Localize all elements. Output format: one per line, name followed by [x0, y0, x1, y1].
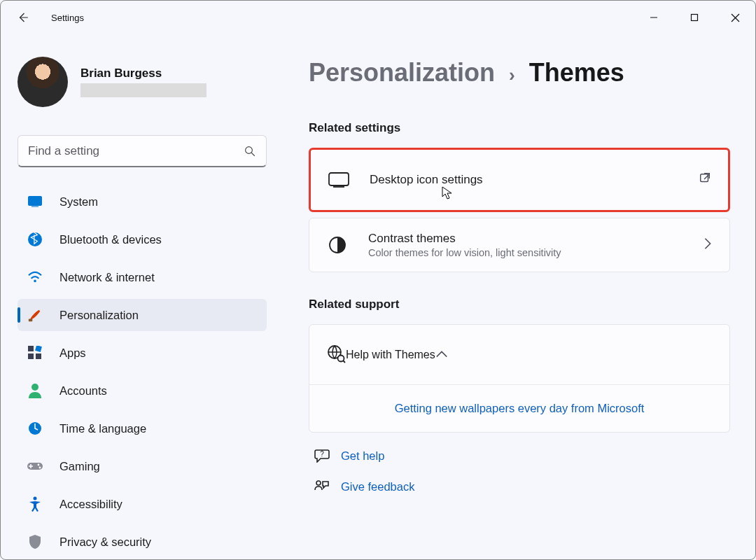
chevron-right-icon [703, 237, 713, 253]
svg-rect-21 [329, 173, 349, 186]
sidebar: Brian Burgess System Bluetooth & devices… [1, 34, 281, 560]
svg-rect-7 [31, 206, 38, 207]
breadcrumb: Personalization › Themes [309, 58, 730, 88]
get-help-link[interactable]: Get help [341, 449, 384, 463]
svg-rect-12 [35, 346, 42, 352]
main-content: Personalization › Themes Related setting… [281, 34, 755, 560]
maximize-button[interactable] [674, 4, 715, 31]
breadcrumb-parent[interactable]: Personalization [309, 58, 495, 88]
open-external-icon [699, 172, 711, 188]
nav-bluetooth[interactable]: Bluetooth & devices [18, 223, 267, 255]
close-button[interactable] [715, 4, 755, 31]
nav-gaming[interactable]: Gaming [18, 450, 267, 482]
nav-time[interactable]: Time & language [18, 412, 267, 444]
svg-text:?: ? [320, 450, 324, 458]
clock-globe-icon [26, 419, 44, 438]
nav-privacy[interactable]: Privacy & security [18, 526, 267, 558]
minimize-icon [650, 13, 658, 22]
svg-rect-13 [28, 354, 34, 359]
title-bar: Settings [1, 1, 755, 34]
gamepad-icon [26, 457, 44, 475]
svg-rect-1 [692, 15, 698, 21]
svg-rect-10 [29, 319, 33, 322]
nav-label: Network & internet [59, 271, 155, 284]
bluetooth-icon [26, 230, 44, 248]
close-icon [731, 13, 740, 22]
chevron-right-icon: › [509, 64, 515, 86]
nav-label: Time & language [59, 422, 146, 435]
maximize-icon [690, 13, 699, 22]
window-title: Settings [51, 13, 84, 23]
card-desktop-icon-settings[interactable]: Desktop icon settings [309, 148, 730, 212]
nav-label: Gaming [59, 460, 100, 473]
section-related-support: Related support [309, 298, 730, 312]
wallpaper-link[interactable]: Getting new wallpapers every day from Mi… [395, 402, 645, 414]
help-chat-icon: ? [314, 448, 330, 463]
nav-label: Privacy & security [59, 536, 151, 549]
paintbrush-icon [26, 306, 44, 324]
nav-label: System [59, 195, 98, 209]
nav-personalization[interactable]: Personalization [18, 299, 267, 331]
give-feedback-link[interactable]: Give feedback [341, 480, 414, 493]
system-icon [26, 192, 44, 211]
svg-point-4 [246, 146, 253, 153]
user-name: Brian Burgess [80, 66, 206, 80]
user-email-redacted [80, 83, 206, 97]
breadcrumb-current: Themes [529, 58, 624, 88]
help-card-header[interactable]: Help with Themes [309, 325, 729, 385]
get-help-row[interactable]: ? Get help [314, 448, 730, 463]
svg-point-15 [31, 384, 38, 391]
nav-accounts[interactable]: Accounts [18, 374, 267, 407]
nav-label: Bluetooth & devices [59, 233, 162, 246]
nav-label: Apps [59, 346, 86, 360]
wifi-icon [26, 268, 44, 286]
card-title: Contrast themes [368, 232, 703, 246]
nav-apps[interactable]: Apps [18, 337, 267, 369]
minimize-button[interactable] [634, 4, 674, 31]
section-related-settings: Related settings [309, 121, 730, 135]
give-feedback-row[interactable]: Give feedback [314, 479, 730, 494]
accessibility-icon [26, 495, 44, 513]
card-subtitle: Color themes for low vision, light sensi… [368, 247, 703, 258]
nav-label: Personalization [59, 309, 139, 322]
svg-rect-6 [28, 196, 42, 206]
svg-rect-23 [701, 174, 708, 182]
svg-line-5 [251, 153, 255, 156]
nav-list: System Bluetooth & devices Network & int… [18, 186, 267, 558]
back-button[interactable] [6, 1, 40, 34]
svg-point-20 [34, 497, 37, 500]
svg-line-27 [343, 360, 345, 363]
nav-system[interactable]: System [18, 186, 267, 218]
nav-network[interactable]: Network & internet [18, 261, 267, 293]
globe-search-icon [326, 344, 346, 366]
window-controls [634, 4, 755, 31]
desktop-icon [328, 169, 350, 191]
user-block[interactable]: Brian Burgess [18, 57, 267, 107]
chevron-up-icon [435, 349, 448, 361]
avatar [18, 57, 68, 107]
search-icon [244, 145, 256, 158]
svg-rect-11 [28, 346, 34, 351]
svg-rect-14 [36, 354, 41, 359]
nav-label: Accessibility [59, 498, 122, 511]
card-title: Help with Themes [346, 349, 435, 361]
apps-icon [26, 344, 44, 362]
search-box[interactable] [18, 135, 267, 167]
contrast-icon [326, 234, 349, 256]
card-contrast-themes[interactable]: Contrast themes Color themes for low vis… [309, 218, 730, 272]
svg-point-29 [316, 481, 321, 485]
svg-point-19 [39, 467, 41, 469]
svg-point-9 [34, 280, 36, 283]
card-help-with-themes: Help with Themes Getting new wallpapers … [309, 324, 730, 433]
search-input[interactable] [28, 144, 244, 158]
card-title: Desktop icon settings [370, 173, 699, 187]
feedback-icon [314, 479, 330, 494]
help-card-body: Getting new wallpapers every day from Mi… [309, 385, 729, 432]
person-icon [26, 382, 44, 400]
nav-accessibility[interactable]: Accessibility [18, 488, 267, 520]
arrow-left-icon [17, 11, 29, 24]
svg-point-18 [38, 464, 40, 466]
nav-label: Accounts [59, 384, 107, 398]
shield-icon [26, 533, 44, 551]
